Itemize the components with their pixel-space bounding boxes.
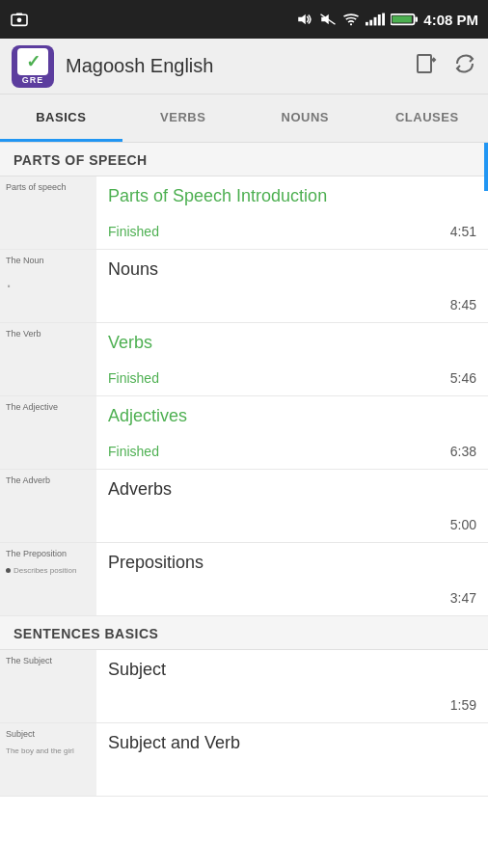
lesson-info: Subject and Verb [96, 723, 488, 796]
lesson-info: Subject 1:59 [96, 650, 488, 722]
app-bar: ✓ GRE Magoosh English [0, 39, 488, 95]
lesson-bottom: 3:47 [108, 590, 476, 606]
lesson-info: Prepositions 3:47 [96, 543, 488, 615]
lesson-duration: 4:51 [450, 224, 476, 239]
thumb-title: The Noun [6, 256, 44, 266]
thumb-title: The Adjective [6, 402, 58, 413]
status-bar: 4:08 PM [0, 0, 488, 39]
lesson-duration: 3:47 [450, 590, 476, 606]
lesson-thumbnail: Subject The boy and the girl [0, 723, 96, 796]
wifi-icon [342, 13, 360, 26]
lesson-title: Adverbs [108, 479, 476, 500]
svg-rect-11 [382, 14, 385, 26]
tab-basics[interactable]: BASICS [0, 95, 122, 142]
lesson-bottom: 1:59 [108, 697, 476, 713]
list-item[interactable]: The Adverb Adverbs 5:00 [0, 470, 488, 543]
tab-clauses[interactable]: CLAUSES [366, 95, 489, 142]
app-title: Magoosh English [66, 55, 415, 77]
lesson-bottom: Finished 5:46 [108, 370, 476, 386]
app-bar-actions [415, 52, 476, 81]
lesson-title: Adjectives [108, 406, 476, 426]
lesson-duration: 6:38 [450, 444, 476, 459]
lesson-status: Finished [108, 370, 159, 386]
list-item[interactable]: The Verb Verbs Finished 5:46 [0, 323, 488, 396]
thumb-title: Parts of speech [6, 182, 67, 193]
scroll-indicator [484, 143, 488, 191]
logo-checkmark: ✓ [26, 51, 41, 72]
lesson-title: Parts of Speech Introduction [108, 186, 476, 206]
volume-icon [296, 13, 313, 26]
lesson-duration: 1:59 [450, 697, 476, 713]
svg-rect-14 [416, 16, 419, 21]
thumb-dot-icon: · [6, 273, 12, 298]
svg-rect-13 [393, 16, 412, 23]
lesson-bottom: Finished 4:51 [108, 224, 476, 239]
list-item[interactable]: The Adjective Adjectives Finished 6:38 [0, 396, 488, 470]
thumb-bullets: Describes position [6, 565, 76, 576]
refresh-icon[interactable] [453, 52, 476, 81]
lesson-thumbnail: The Adjective [0, 396, 96, 469]
lesson-status: Finished [108, 224, 159, 239]
status-bar-left [10, 12, 29, 27]
section-header-sentences-basics: SENTENCES BASICS [0, 616, 488, 650]
status-bar-right: 4:08 PM [296, 12, 478, 28]
lesson-thumbnail: The Subject [0, 650, 96, 722]
svg-rect-7 [366, 22, 368, 26]
svg-point-1 [17, 17, 22, 22]
tab-bar: BASICS VERBS NOUNS CLAUSES [0, 95, 488, 143]
lesson-duration: 8:45 [450, 297, 476, 312]
export-icon[interactable] [415, 52, 438, 81]
lesson-thumbnail: The Preposition Describes position [0, 543, 96, 615]
signal-icon [366, 13, 385, 26]
clock: 4:08 PM [423, 12, 478, 28]
lesson-duration: 5:46 [450, 370, 476, 386]
lesson-title: Verbs [108, 333, 476, 353]
list-item[interactable]: The Subject Subject 1:59 [0, 650, 488, 723]
lesson-title: Prepositions [108, 553, 476, 573]
svg-rect-10 [378, 14, 381, 25]
lesson-info: Parts of Speech Introduction Finished 4:… [96, 176, 488, 249]
lesson-thumbnail: The Verb [0, 323, 96, 395]
thumb-bullet: Describes position [6, 566, 76, 575]
lesson-info: Adverbs 5:00 [96, 470, 488, 542]
list-item[interactable]: The Noun · Nouns 8:45 [0, 250, 488, 323]
list-item[interactable]: The Preposition Describes position Prepo… [0, 543, 488, 616]
lesson-info: Adjectives Finished 6:38 [96, 396, 488, 469]
lesson-title: Subject [108, 660, 476, 680]
list-item[interactable]: Parts of speech Parts of Speech Introduc… [0, 176, 488, 250]
content-area: PARTS OF SPEECH Parts of speech Parts of… [0, 143, 488, 868]
thumb-title: The Subject [6, 656, 52, 666]
svg-rect-15 [418, 55, 431, 72]
lesson-thumbnail: The Noun · [0, 250, 96, 322]
list-item[interactable]: Subject The boy and the girl Subject and… [0, 723, 488, 797]
svg-point-6 [350, 23, 352, 25]
thumb-title: The Preposition [6, 549, 67, 559]
lesson-duration: 5:00 [450, 517, 476, 532]
section-header-parts-of-speech: PARTS OF SPEECH [0, 143, 488, 176]
tab-nouns[interactable]: NOUNS [244, 95, 366, 142]
lesson-thumbnail: Parts of speech [0, 176, 96, 249]
tab-verbs[interactable]: VERBS [122, 95, 245, 142]
logo-inner: ✓ [17, 48, 48, 75]
thumb-title: Subject [6, 729, 35, 740]
lesson-bottom: Finished 6:38 [108, 444, 476, 459]
lesson-title: Nouns [108, 259, 476, 280]
lesson-thumbnail: The Adverb [0, 470, 96, 542]
svg-rect-9 [374, 17, 377, 26]
svg-rect-2 [16, 14, 22, 15]
lesson-status: Finished [108, 444, 159, 459]
lesson-bottom: 8:45 [108, 297, 476, 312]
battery-icon [391, 13, 418, 26]
thumb-title: The Verb [6, 329, 41, 339]
thumb-bullet: The boy and the girl [6, 746, 74, 755]
thumb-title: The Adverb [6, 475, 50, 486]
lesson-info: Verbs Finished 5:46 [96, 323, 488, 395]
lesson-title: Subject and Verb [108, 733, 476, 753]
svg-marker-3 [299, 14, 307, 25]
lesson-info: Nouns 8:45 [96, 250, 488, 322]
lesson-bottom: 5:00 [108, 517, 476, 532]
screenshot-icon [10, 12, 29, 27]
logo-gre: GRE [22, 75, 44, 85]
mute-icon [319, 13, 337, 26]
thumb-bullets: The boy and the girl [6, 746, 74, 756]
